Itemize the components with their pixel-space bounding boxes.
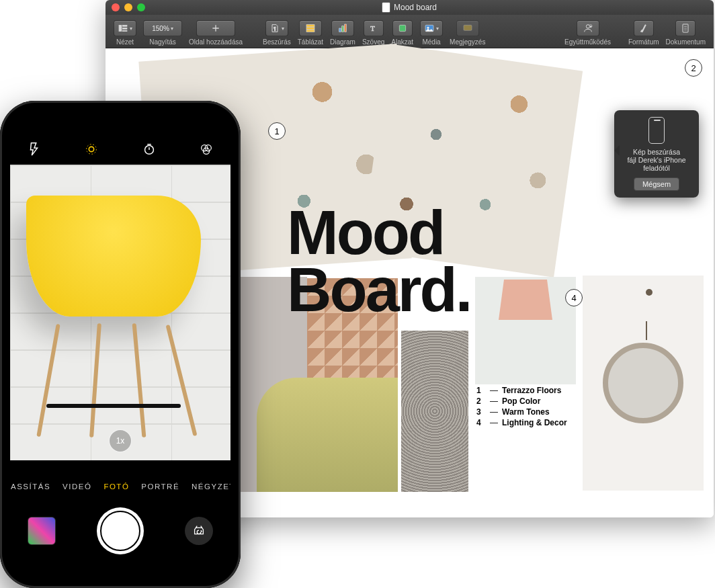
toolbar-chart-label: Diagram (330, 38, 355, 46)
zoom-window-button[interactable] (137, 3, 145, 11)
svg-rect-12 (399, 25, 405, 31)
iphone-notch (67, 111, 174, 130)
iphone-outline-icon (648, 117, 665, 144)
toolbar-insert[interactable]: ¶▾ Beszúrás (260, 20, 294, 46)
toolbar-view-label: Nézet (116, 38, 134, 46)
svg-rect-7 (306, 30, 314, 32)
window-titlebar[interactable]: Mood board (106, 0, 714, 15)
toolbar-document-label: Dokumentum (666, 38, 706, 46)
toolbar-zoom-label: Nagyítás (149, 38, 175, 46)
viewfinder-subject-chair (19, 196, 221, 437)
toolbar-table[interactable]: Táblázat (295, 20, 326, 46)
filters-toggle[interactable] (198, 141, 214, 157)
mode-slomo[interactable]: LASSÍTÁS (10, 482, 50, 491)
image-sofa[interactable] (257, 378, 398, 492)
mirror-ring-icon (603, 343, 683, 423)
toolbar-insert-label: Beszúrás (263, 38, 291, 46)
svg-text:¶: ¶ (274, 26, 276, 31)
iphone-screen: 1x LASSÍTÁS VIDEÓ FOTÓ PORTRÉ NÉGYZET (10, 111, 230, 578)
toolbar: ▾ Nézet 150%▾ Nagyítás Oldal hozzáadása … (106, 15, 714, 48)
svg-text:T: T (370, 25, 375, 32)
last-photo-thumbnail[interactable] (28, 517, 56, 545)
toolbar-zoom[interactable]: 150%▾ Nagyítás (140, 20, 185, 46)
zoom-level-button[interactable]: 1x (109, 429, 132, 452)
legend-row: 4—Lighting & Decor (476, 418, 567, 427)
toolbar-media[interactable]: ▾ Média (417, 20, 446, 46)
svg-rect-10 (345, 24, 347, 32)
document-title-line2: Board. (287, 261, 470, 319)
live-photo-toggle[interactable] (83, 141, 99, 157)
toolbar-add-page[interactable]: Oldal hozzáadása (186, 20, 245, 46)
svg-rect-6 (306, 28, 314, 30)
image-mirror[interactable] (583, 276, 704, 491)
zoom-value: 150% (152, 25, 169, 32)
toolbar-document[interactable]: Dokumentum (663, 20, 708, 46)
toolbar-format-label: Formátum (628, 38, 659, 46)
document-title[interactable]: Mood Board. (287, 204, 470, 318)
window-title-text: Mood board (394, 3, 437, 12)
toolbar-collaborate-label: Együttműködés (564, 38, 611, 46)
close-window-button[interactable] (112, 3, 120, 11)
svg-rect-2 (122, 28, 127, 29)
insert-from-iphone-popover: Kép beszúrása fájl Derek's iPhone feladó… (614, 110, 699, 198)
image-fur[interactable] (401, 331, 468, 492)
toolbar-table-label: Táblázat (298, 38, 323, 46)
marker-1[interactable]: 1 (268, 122, 286, 140)
toolbar-view[interactable]: ▾ Nézet (111, 20, 139, 46)
toolbar-comment-label: Megjegyzés (450, 38, 485, 46)
popover-text-1: Kép beszúrása (620, 148, 693, 156)
popover-text-2: fájl Derek's iPhone (620, 156, 693, 164)
camera-mode-selector[interactable]: LASSÍTÁS VIDEÓ FOTÓ PORTRÉ NÉGYZET (10, 482, 230, 491)
toolbar-shape[interactable]: Alakzat (388, 20, 416, 46)
mode-square[interactable]: NÉGYZET (192, 482, 230, 491)
svg-point-24 (87, 144, 97, 155)
svg-rect-1 (122, 25, 127, 26)
svg-rect-3 (122, 30, 127, 31)
mode-video[interactable]: VIDEÓ (62, 482, 91, 491)
document-title-line1: Mood (287, 204, 470, 261)
window-controls (112, 3, 145, 11)
toolbar-text[interactable]: T Szöveg (360, 20, 387, 46)
popover-text-3: feladótól (620, 164, 693, 172)
legend-row: 1—Terrazzo Floors (476, 386, 567, 395)
flash-toggle[interactable] (26, 141, 42, 157)
minimize-window-button[interactable] (124, 3, 132, 11)
toolbar-add-page-label: Oldal hozzáadása (189, 38, 243, 46)
toolbar-chart[interactable]: Diagram (327, 20, 358, 46)
toolbar-collaborate[interactable]: + Együttműködés (562, 20, 614, 46)
marker-2[interactable]: 2 (685, 59, 702, 77)
popover-cancel-button[interactable]: Mégsem (634, 177, 679, 191)
legend-row: 3—Warm Tones (476, 407, 567, 417)
legend[interactable]: 1—Terrazzo Floors 2—Pop Color 3—Warm Ton… (476, 384, 567, 429)
svg-text:+: + (589, 25, 591, 28)
svg-rect-5 (306, 25, 314, 27)
document-icon (382, 3, 390, 12)
svg-rect-15 (464, 25, 472, 30)
mode-photo[interactable]: FOTÓ (103, 482, 129, 491)
camera-viewfinder[interactable]: 1x (10, 165, 230, 460)
camera-bottom-controls (10, 499, 230, 563)
mode-portrait[interactable]: PORTRÉ (141, 482, 179, 491)
timer-toggle[interactable] (141, 141, 157, 157)
svg-rect-9 (342, 26, 344, 32)
svg-rect-0 (119, 25, 122, 31)
svg-point-23 (89, 146, 94, 151)
mirror-hook-icon (646, 289, 653, 296)
toolbar-media-label: Média (422, 38, 440, 46)
iphone-device: 1x LASSÍTÁS VIDEÓ FOTÓ PORTRÉ NÉGYZET (0, 101, 241, 588)
camera-flip-button[interactable] (185, 517, 213, 545)
shutter-button[interactable] (97, 507, 144, 554)
window-title: Mood board (106, 3, 714, 12)
svg-rect-8 (339, 28, 341, 32)
toolbar-format[interactable]: Formátum (626, 20, 662, 46)
image-lamp[interactable] (475, 277, 576, 384)
toolbar-comment[interactable]: Megjegyzés (447, 20, 488, 46)
marker-4[interactable]: 4 (565, 289, 583, 306)
legend-row: 2—Pop Color (476, 396, 567, 406)
